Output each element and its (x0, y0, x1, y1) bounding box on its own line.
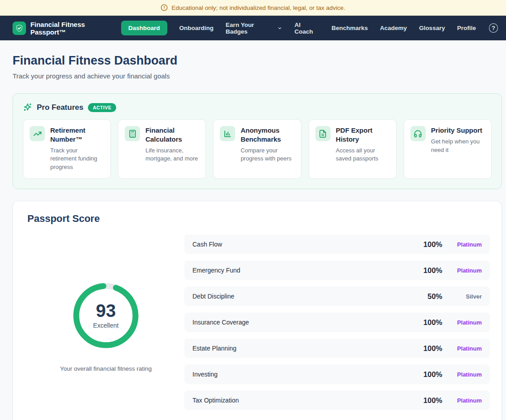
category-percent: 100% (417, 396, 442, 405)
brand[interactable]: Financial Fitness Passport™ (13, 21, 121, 36)
sparkles-icon (23, 103, 32, 112)
nav-item-academy[interactable]: Academy (380, 25, 407, 31)
category-tier-badge: Platinum (449, 319, 482, 326)
category-percent: 100% (417, 266, 442, 275)
pro-card-desc: Access all your saved passports (336, 147, 390, 164)
pro-card-body: Anonymous Benchmarks Compare your progre… (240, 126, 294, 163)
score-gauge-center: 93 Excellent (68, 277, 144, 354)
nav-item-dashboard[interactable]: Dashboard (121, 21, 167, 35)
nav-item-onboarding[interactable]: Onboarding (179, 25, 214, 31)
category-label: Debt Discipline (192, 293, 417, 300)
category-percent: 100% (417, 240, 442, 249)
pro-card-title: Retirement Number™ (50, 126, 104, 144)
category-row-estate-planning: Estate Planning 100% Platinum (184, 338, 490, 358)
category-percent: 50% (417, 292, 442, 301)
category-label: Investing (192, 371, 417, 378)
category-tier-badge: Platinum (449, 397, 482, 404)
page-content: Financial Fitness Dashboard Track your p… (13, 54, 502, 420)
nav-item-ai-coach[interactable]: AI Coach (294, 22, 319, 35)
pro-card-desc: Compare your progress with peers (240, 147, 294, 164)
calculator-icon (125, 126, 140, 141)
passport-score-card: Passport Score 93 Excellent Your overall… (13, 201, 502, 420)
category-percent: 100% (417, 318, 442, 327)
brand-title: Financial Fitness Passport™ (31, 21, 121, 36)
chevron-down-icon (277, 26, 282, 31)
category-tier-badge: Platinum (449, 371, 482, 378)
trending-up-icon (30, 126, 45, 141)
file-text-icon (315, 126, 331, 141)
disclaimer-text: Educational only; not individualized fin… (171, 4, 345, 11)
pro-features-header: Pro Features ACTIVE (23, 103, 492, 112)
nav-item-profile[interactable]: Profile (457, 25, 476, 31)
pro-features-panel: Pro Features ACTIVE Retirement Number™ T… (13, 93, 502, 189)
category-score-list: Cash Flow 100% Platinum Emergency Fund 1… (184, 234, 490, 410)
pro-card-priority-support: Priority Support Get help when you need … (404, 119, 492, 179)
pro-card-body: PDF Export History Access all your saved… (336, 126, 390, 163)
pro-card-body: Priority Support Get help when you need … (431, 126, 485, 154)
category-tier-badge: Platinum (449, 241, 482, 248)
active-badge: ACTIVE (88, 103, 117, 112)
score-rating: Excellent (93, 322, 119, 329)
pro-card-title: Anonymous Benchmarks (240, 126, 294, 144)
passport-score-grid: 93 Excellent Your overall financial fitn… (27, 234, 490, 410)
score-caption: Your overall financial fitness rating (60, 365, 152, 372)
category-row-investing: Investing 100% Platinum (184, 364, 490, 384)
category-label: Estate Planning (192, 345, 417, 352)
alert-circle-icon (161, 4, 168, 11)
pro-card-title: Priority Support (431, 126, 485, 135)
page-subtitle: Track your progress and achieve your fin… (13, 72, 502, 80)
bar-chart-icon (220, 126, 235, 141)
navbar: Financial Fitness Passport™ Dashboard On… (0, 16, 506, 40)
category-label: Insurance Coverage (192, 319, 417, 326)
score-gauge: 93 Excellent (68, 277, 144, 354)
category-row-debt-discipline: Debt Discipline 50% Silver (184, 286, 490, 306)
nav-item-label: Earn Your Badges (226, 22, 275, 35)
nav-menu: Dashboard Onboarding Earn Your Badges AI… (121, 21, 498, 35)
category-label: Emergency Fund (192, 267, 417, 274)
pro-card-desc: Life insurance, mortgage, and more (145, 147, 199, 164)
passport-score-title: Passport Score (27, 213, 490, 225)
pro-card-financial-calculators: Financial Calculators Life insurance, mo… (118, 119, 206, 179)
headphones-icon (410, 126, 426, 141)
category-row-tax-optimization: Tax Optimization 100% Platinum (184, 390, 490, 410)
pro-card-retirement-number: Retirement Number™ Track your retirement… (23, 119, 111, 179)
score-value: 93 (96, 302, 116, 320)
pro-card-title: PDF Export History (336, 126, 390, 144)
pro-card-body: Retirement Number™ Track your retirement… (50, 126, 104, 172)
pro-card-pdf-export-history: PDF Export History Access all your saved… (309, 119, 397, 179)
help-icon[interactable]: ? (489, 23, 498, 33)
category-tier-badge: Silver (449, 293, 482, 300)
category-percent: 100% (417, 370, 442, 379)
category-percent: 100% (417, 344, 442, 353)
nav-item-glossary[interactable]: Glossary (419, 25, 445, 31)
category-row-insurance-coverage: Insurance Coverage 100% Platinum (184, 312, 490, 332)
disclaimer-banner: Educational only; not individualized fin… (0, 0, 506, 16)
pro-features-title: Pro Features (37, 103, 83, 112)
nav-item-benchmarks[interactable]: Benchmarks (332, 25, 368, 31)
pro-card-desc: Track your retirement funding progress (50, 147, 104, 172)
category-label: Tax Optimization (192, 397, 417, 404)
pro-card-body: Financial Calculators Life insurance, mo… (145, 126, 199, 163)
pro-card-anonymous-benchmarks: Anonymous Benchmarks Compare your progre… (213, 119, 301, 179)
category-label: Cash Flow (192, 241, 417, 248)
category-row-emergency-fund: Emergency Fund 100% Platinum (184, 260, 490, 280)
pro-card-title: Financial Calculators (145, 126, 199, 144)
nav-item-earn-your-badges[interactable]: Earn Your Badges (226, 22, 282, 35)
category-tier-badge: Platinum (449, 267, 482, 274)
score-gauge-column: 93 Excellent Your overall financial fitn… (27, 234, 184, 410)
category-row-cash-flow: Cash Flow 100% Platinum (184, 234, 490, 254)
page-title: Financial Fitness Dashboard (13, 54, 502, 68)
category-tier-badge: Platinum (449, 345, 482, 352)
pro-feature-cards: Retirement Number™ Track your retirement… (23, 119, 492, 179)
shield-check-icon (13, 22, 26, 35)
pro-card-desc: Get help when you need it (431, 138, 485, 155)
